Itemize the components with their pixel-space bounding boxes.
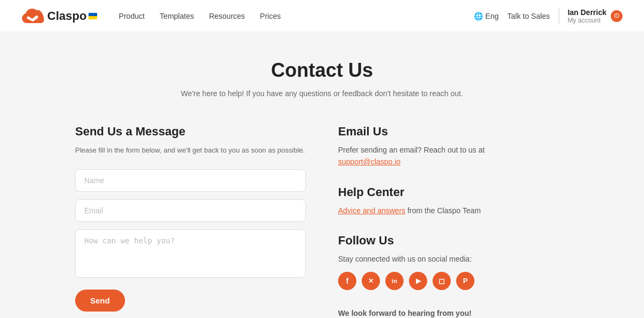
email-us-block: Email Us Prefer sending an email? Reach … <box>338 125 569 168</box>
nav-links: Product Templates Resources Prices <box>119 12 474 20</box>
logo[interactable]: Claspo <box>21 9 97 24</box>
account-menu[interactable]: Ian Derrick My account ID <box>568 8 623 24</box>
nav-right: 🌐 Eng Talk to Sales Ian Derrick My accou… <box>474 8 623 24</box>
content-grid: Send Us a Message Please fill in the for… <box>75 125 569 318</box>
hero-section: Contact Us We're here to help! If you ha… <box>75 59 569 98</box>
youtube-icon[interactable]: ▶ <box>409 272 427 290</box>
nav-prices[interactable]: Prices <box>260 12 281 20</box>
email-input[interactable] <box>75 199 306 222</box>
message-input[interactable] <box>75 229 306 278</box>
navbar: Claspo Product Templates Resources Price… <box>0 0 644 32</box>
info-section: Email Us Prefer sending an email? Reach … <box>338 125 569 318</box>
nav-resources[interactable]: Resources <box>209 12 245 20</box>
help-center-heading: Help Center <box>338 185 569 199</box>
help-center-block: Help Center Advice and answers from the … <box>338 185 569 216</box>
language-selector[interactable]: 🌐 Eng <box>474 12 499 20</box>
form-description: Please fill in the form below, and we'll… <box>75 145 306 156</box>
form-heading: Send Us a Message <box>75 125 306 139</box>
nav-divider <box>559 9 559 24</box>
follow-us-text: Stay connected with us on social media: <box>338 253 569 265</box>
flag-icon <box>89 13 97 19</box>
contact-form-section: Send Us a Message Please fill in the for… <box>75 125 306 318</box>
follow-us-heading: Follow Us <box>338 234 569 248</box>
closing-text: We look forward to hearing from you! <box>338 307 569 318</box>
help-center-text: Advice and answers from the Claspo Team <box>338 205 569 216</box>
facebook-icon[interactable]: f <box>338 272 356 290</box>
name-input[interactable] <box>75 169 306 192</box>
page-title: Contact Us <box>75 59 569 82</box>
linkedin-icon[interactable]: in <box>385 272 404 290</box>
account-info: Ian Derrick My account <box>568 8 606 24</box>
nav-templates[interactable]: Templates <box>160 12 194 20</box>
account-icon: ID <box>611 10 623 22</box>
social-icons: f ✕ in ▶ ◻ P <box>338 272 569 290</box>
instagram-icon[interactable]: ◻ <box>433 272 451 290</box>
twitter-icon[interactable]: ✕ <box>362 272 380 290</box>
email-us-text: Prefer sending an email? Reach out to us… <box>338 144 569 168</box>
advice-link[interactable]: Advice and answers <box>338 206 405 215</box>
globe-icon: 🌐 <box>474 12 483 20</box>
email-us-heading: Email Us <box>338 125 569 139</box>
hero-subtitle: We're here to help! If you have any ques… <box>75 89 569 98</box>
support-email-link[interactable]: support@claspo.io <box>338 157 400 166</box>
main-content: Contact Us We're here to help! If you ha… <box>64 32 580 318</box>
follow-us-block: Follow Us Stay connected with us on soci… <box>338 234 569 290</box>
send-button[interactable]: Send <box>75 290 125 312</box>
talk-to-sales-link[interactable]: Talk to Sales <box>507 12 550 20</box>
nav-product[interactable]: Product <box>119 12 144 20</box>
pinterest-icon[interactable]: P <box>456 272 474 290</box>
